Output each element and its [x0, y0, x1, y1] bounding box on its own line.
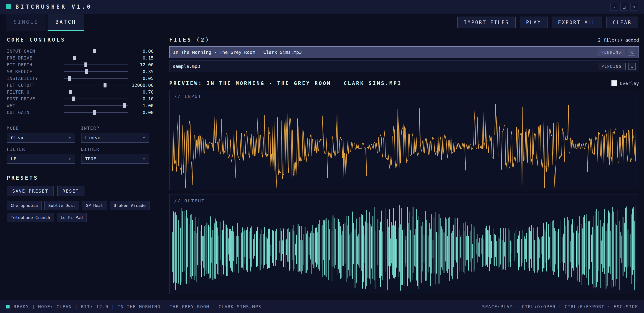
slider-thumb[interactable]	[104, 83, 106, 87]
slider-label: FLT CUTOFF	[7, 83, 61, 88]
preset-lo-fi-pad[interactable]: Lo-Fi Pad	[57, 213, 87, 222]
mode-select[interactable]: Clean ▾	[7, 133, 75, 143]
dropdown-filter: FILTER LP ▾	[7, 147, 75, 164]
tab-single[interactable]: SINGLE	[6, 14, 46, 31]
filter-select[interactable]: LP ▾	[7, 154, 75, 164]
input-waveform-label: // INPUT	[174, 94, 202, 99]
interp-select[interactable]: Linear ▾	[81, 133, 149, 143]
slider-track[interactable]	[64, 92, 128, 92]
dropdown-dither: DITHER TPDF ▾	[81, 147, 149, 164]
slider-label: SR REDUCE	[7, 69, 61, 74]
slider-wet: WET 1.00	[7, 102, 154, 109]
slider-thumb[interactable]	[69, 90, 72, 94]
slider-track[interactable]	[64, 58, 128, 58]
slider-sr-reduce: SR REDUCE 0.35	[7, 68, 154, 75]
presets-section: PRESETS SAVE PRESET RESET Cherophobia Su…	[7, 170, 154, 222]
slider-label: OUT GAIN	[7, 110, 61, 115]
preset-actions: SAVE PRESET RESET	[7, 186, 154, 196]
chevron-down-icon: ▾	[68, 156, 71, 161]
slider-thumb[interactable]	[73, 56, 76, 60]
slider-value: 0.00	[131, 110, 154, 115]
slider-thumb[interactable]	[72, 97, 75, 101]
slider-label: BIT DEPTH	[7, 62, 61, 67]
remove-file-button[interactable]: x	[628, 49, 635, 56]
output-waveform	[172, 205, 636, 293]
dropdown-label: FILTER	[7, 147, 75, 152]
tab-batch[interactable]: BATCH	[48, 14, 84, 31]
overlay-control: Overlay	[612, 80, 639, 86]
slider-track[interactable]	[64, 99, 128, 99]
preset-cherophobia[interactable]: Cherophobia	[7, 201, 42, 210]
dropdowns-section: MODE Clean ▾ INTERP Linear ▾ FILTER	[7, 121, 154, 164]
preset-telephone-crunch[interactable]: Telephone Crunch	[7, 213, 54, 222]
file-name: In The Morning - The Grey Room _ Clark S…	[173, 49, 302, 55]
slider-post-drive: POST DRIVE 0.10	[7, 95, 154, 102]
minimize-button[interactable]: -	[610, 3, 618, 11]
file-name: sample.mp3	[173, 64, 200, 69]
dropdown-mode: MODE Clean ▾	[7, 126, 75, 143]
file-list: In The Morning - The Grey Room _ Clark S…	[169, 46, 639, 72]
slider-label: POST DRIVE	[7, 96, 61, 101]
file-row-controls: PENDING x	[598, 49, 635, 56]
title-bar: BITCRUSHER V1.0 - □ x	[0, 0, 644, 14]
slider-thumb[interactable]	[93, 49, 96, 53]
slider-list: INPUT GAIN 0.00 PRE DRIVE 0.15 BIT DEPTH…	[7, 48, 154, 116]
save-preset-button[interactable]: SAVE PRESET	[7, 186, 54, 196]
core-controls-title: CORE CONTROLS	[7, 37, 154, 43]
slider-value: 1.00	[131, 103, 154, 108]
slider-track[interactable]	[64, 51, 128, 51]
slider-thumb[interactable]	[85, 69, 88, 74]
slider-thumb[interactable]	[68, 76, 71, 81]
slider-track[interactable]	[64, 105, 128, 106]
files-header: FILES (2) 2 file(s) added	[169, 37, 639, 43]
slider-value: 0.70	[131, 89, 154, 95]
slider-thumb[interactable]	[123, 103, 126, 108]
app-logo-icon	[6, 4, 11, 9]
play-button[interactable]: PLAY	[520, 16, 548, 28]
slider-thumb[interactable]	[93, 110, 96, 115]
import-files-button[interactable]: IMPORT FILES	[458, 16, 516, 28]
status-badge: PENDING	[598, 63, 626, 70]
reset-button[interactable]: RESET	[57, 186, 84, 196]
preset-sp-heat[interactable]: SP Heat	[82, 201, 107, 210]
files-count: 2 file(s) added	[598, 37, 639, 43]
overlay-checkbox[interactable]	[612, 80, 617, 86]
slider-track[interactable]	[64, 64, 128, 65]
close-button[interactable]: x	[630, 3, 638, 11]
preview-header: PREVIEW: IN THE MORNING - THE GREY ROOM …	[169, 80, 639, 86]
slider-label: PRE DRIVE	[7, 55, 61, 60]
slider-label: FILTER Q	[7, 90, 61, 95]
file-row[interactable]: sample.mp3 PENDING x	[169, 60, 639, 72]
remove-file-button[interactable]: x	[628, 63, 636, 70]
chevron-down-icon: ▾	[143, 135, 145, 140]
app-title: BITCRUSHER V1.0	[16, 4, 92, 10]
toolbar-actions: IMPORT FILES PLAY EXPORT ALL CLEAR	[458, 16, 638, 28]
dropdown-label: DITHER	[81, 147, 149, 152]
input-waveform-panel: // INPUT	[169, 90, 639, 190]
output-waveform-label: // OUTPUT	[174, 198, 205, 203]
dither-select[interactable]: TPDF ▾	[81, 154, 149, 164]
shortcut-hints: SPACE:PLAY · CTRL+O:OPEN · CTRL+E:EXPORT…	[482, 304, 638, 309]
slider-filter-q: FILTER Q 0.70	[7, 89, 154, 95]
slider-track[interactable]	[64, 78, 128, 79]
clear-button[interactable]: CLEAR	[606, 16, 638, 28]
slider-thumb[interactable]	[84, 62, 88, 67]
app-window: BITCRUSHER V1.0 - □ x SINGLE BATCH IMPOR…	[0, 0, 644, 313]
preview-title: PREVIEW: IN THE MORNING - THE GREY ROOM …	[169, 80, 402, 86]
waveform-panels: // INPUT // OUTPUT	[169, 90, 639, 294]
preset-subtle-dust[interactable]: Subtle Dust	[44, 201, 79, 210]
export-all-button[interactable]: EXPORT ALL	[552, 16, 602, 28]
slider-instability: INSTABILITY 0.05	[7, 75, 154, 82]
file-row[interactable]: In The Morning - The Grey Room _ Clark S…	[169, 46, 639, 58]
ready-indicator-icon	[6, 305, 10, 309]
maximize-button[interactable]: □	[620, 3, 628, 11]
status-text: READY | MODE: CLEAN | BIT: 12.0 | IN THE…	[14, 304, 262, 309]
slider-track[interactable]	[64, 112, 128, 113]
slider-value: 0.05	[131, 76, 154, 81]
slider-track[interactable]	[64, 71, 128, 72]
slider-track[interactable]	[64, 85, 128, 85]
output-waveform-panel: // OUTPUT	[169, 194, 639, 295]
main-content: CORE CONTROLS INPUT GAIN 0.00 PRE DRIVE …	[0, 31, 644, 300]
slider-label: WET	[7, 103, 61, 108]
preset-broken-arcade[interactable]: Broken Arcade	[110, 201, 150, 210]
